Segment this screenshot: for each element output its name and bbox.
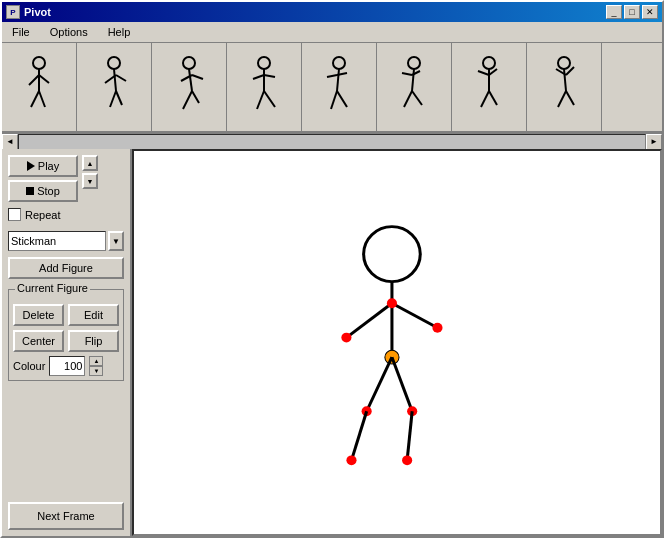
stickman-icon-2 [92,55,136,119]
repeat-checkbox[interactable] [8,208,21,221]
add-figure-button[interactable]: Add Figure [8,257,124,279]
repeat-label: Repeat [25,209,60,221]
app-icon: P [6,5,20,19]
main-content: Play Stop ▲ ▼ Repeat [2,149,662,536]
scroll-left-button[interactable]: ◄ [2,134,18,150]
figure-select-row: Stickman ▼ [8,231,124,251]
stop-button[interactable]: Stop [8,180,78,202]
figure-type-value: Stickman [11,235,56,247]
center-button[interactable]: Center [13,330,64,352]
svg-line-40 [481,91,489,107]
svg-line-29 [337,91,347,107]
svg-line-31 [412,69,414,91]
svg-point-30 [408,57,420,69]
canvas-svg [134,151,660,534]
delete-button[interactable]: Delete [13,304,64,326]
toolbar-figure-1[interactable] [2,43,77,131]
colour-spinner: ▲ ▼ [89,356,103,376]
maximize-button[interactable]: □ [624,5,640,19]
svg-line-58 [351,411,366,460]
svg-line-41 [489,91,497,105]
colour-spin-up[interactable]: ▲ [89,356,103,366]
svg-line-2 [29,75,39,85]
toolbar-figure-5[interactable] [302,43,377,131]
toolbar-figure-2[interactable] [77,43,152,131]
svg-line-43 [564,69,566,91]
svg-point-59 [346,455,356,465]
play-icon [27,161,35,171]
svg-line-22 [257,91,264,109]
current-figure-label: Current Figure [15,282,90,294]
play-label: Play [38,160,59,172]
svg-line-62 [407,411,412,460]
svg-line-15 [192,75,203,79]
next-frame-button[interactable]: Next Frame [8,502,124,530]
colour-input[interactable] [49,356,85,376]
toolbar-figure-4[interactable] [227,43,302,131]
svg-point-55 [432,323,442,333]
svg-line-10 [110,91,116,107]
svg-point-54 [341,333,351,343]
toolbar-figure-3[interactable] [152,43,227,131]
stickman-icon-5 [317,55,361,119]
stickman-icon-1 [17,55,61,119]
frame-down-button[interactable]: ▼ [82,173,98,189]
toolbar-figure-7[interactable] [452,43,527,131]
frame-up-button[interactable]: ▲ [82,155,98,171]
stop-icon [26,187,34,195]
stickman-icon-7 [467,55,511,119]
svg-line-56 [367,357,392,411]
svg-line-21 [264,75,275,77]
svg-line-38 [478,71,489,75]
svg-line-3 [39,75,49,83]
edit-button[interactable]: Edit [68,304,119,326]
current-figure-group: Current Figure Delete Edit Center Flip C… [8,289,124,381]
delete-edit-row: Delete Edit [13,304,119,326]
stickman-icon-8 [542,55,586,119]
svg-line-17 [192,91,199,103]
stickman-icon-6 [392,55,436,119]
figure-type-select[interactable]: Stickman [8,231,106,251]
svg-point-53 [387,298,397,308]
svg-line-7 [114,69,116,91]
minimize-button[interactable]: _ [606,5,622,19]
center-flip-row: Center Flip [13,330,119,352]
svg-line-4 [31,91,39,107]
svg-line-60 [392,357,412,411]
svg-point-18 [258,57,270,69]
svg-point-6 [108,57,120,69]
colour-row: Colour ▲ ▼ [13,356,119,376]
svg-line-20 [253,75,264,79]
menu-bar: File Options Help [2,22,662,43]
play-stop-section: Play Stop ▲ ▼ [8,155,124,202]
title-bar: P Pivot _ □ ✕ [2,2,662,22]
svg-line-34 [404,91,412,107]
menu-help[interactable]: Help [102,24,137,40]
svg-line-39 [489,69,497,75]
scroll-track[interactable] [18,134,646,150]
colour-spin-down[interactable]: ▼ [89,366,103,376]
flip-button[interactable]: Flip [68,330,119,352]
svg-line-11 [116,91,122,105]
play-button[interactable]: Play [8,155,78,177]
svg-line-25 [337,69,339,91]
svg-line-51 [346,303,392,337]
figure-type-dropdown-arrow[interactable]: ▼ [108,231,124,251]
toolbar-figure-6[interactable] [377,43,452,131]
close-button[interactable]: ✕ [642,5,658,19]
toolbar-figure-8[interactable] [527,43,602,131]
svg-line-16 [183,91,192,109]
svg-point-0 [33,57,45,69]
scroll-right-button[interactable]: ► [646,134,662,150]
figures-toolbar [2,43,662,133]
title-bar-left: P Pivot [6,5,51,19]
menu-options[interactable]: Options [44,24,94,40]
canvas-area[interactable] [132,149,662,536]
colour-label: Colour [13,360,45,372]
svg-line-52 [392,303,438,328]
menu-file[interactable]: File [6,24,36,40]
svg-line-23 [264,91,275,107]
svg-line-13 [189,69,192,91]
title-buttons: _ □ ✕ [606,5,658,19]
frame-arrows: ▲ ▼ [82,155,98,189]
